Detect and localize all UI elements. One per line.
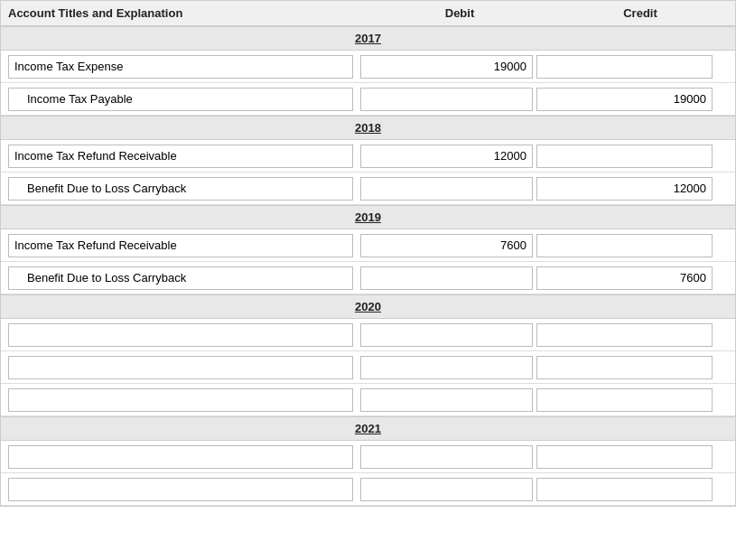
table-header: Account Titles and Explanation Debit Cre… [1, 1, 735, 26]
credit-input-2-0[interactable] [536, 234, 713, 257]
account-input-0-0[interactable] [8, 55, 353, 79]
header-debit: Debit [369, 6, 550, 20]
account-input-4-1[interactable] [8, 478, 353, 501]
year-2017: 2017 [1, 26, 735, 51]
account-input-4-0[interactable] [8, 445, 353, 469]
header-account: Account Titles and Explanation [8, 6, 369, 20]
credit-input-4-1[interactable] [536, 478, 713, 501]
credit-input-0-0[interactable] [536, 55, 713, 79]
debit-input-4-1[interactable] [360, 478, 533, 501]
debit-input-4-0[interactable] [360, 445, 533, 469]
table-row [1, 351, 735, 384]
journal-entry-table: Account Titles and Explanation Debit Cre… [0, 0, 736, 507]
credit-input-1-1[interactable] [536, 177, 713, 201]
account-input-2-1[interactable] [8, 266, 353, 290]
account-input-1-0[interactable] [8, 145, 353, 168]
table-row [1, 173, 735, 205]
table-row [1, 384, 735, 416]
account-input-3-0[interactable] [8, 323, 353, 347]
table-row [1, 229, 735, 262]
debit-input-0-0[interactable] [360, 55, 533, 79]
debit-input-3-1[interactable] [360, 356, 533, 379]
table-row [1, 140, 735, 173]
credit-input-3-2[interactable] [536, 388, 713, 412]
year-2021: 2021 [1, 416, 735, 441]
credit-input-3-1[interactable] [536, 356, 713, 379]
debit-input-3-0[interactable] [360, 323, 533, 347]
table-row [1, 262, 735, 294]
table-row [1, 51, 735, 83]
credit-input-4-0[interactable] [536, 445, 713, 469]
credit-input-1-0[interactable] [536, 145, 713, 168]
year-2020: 2020 [1, 294, 735, 319]
year-2019: 2019 [1, 205, 735, 229]
credit-input-2-1[interactable] [536, 266, 713, 290]
header-credit: Credit [550, 6, 731, 20]
account-input-2-0[interactable] [8, 234, 353, 257]
credit-input-0-1[interactable] [536, 88, 713, 111]
account-input-0-1[interactable] [8, 88, 353, 111]
sections-container: 20172018201920202021 [1, 26, 735, 506]
debit-input-3-2[interactable] [360, 388, 533, 412]
credit-input-3-0[interactable] [536, 323, 713, 347]
account-input-1-1[interactable] [8, 177, 353, 201]
debit-input-2-0[interactable] [360, 234, 533, 257]
table-row [1, 441, 735, 473]
table-row [1, 319, 735, 351]
debit-input-2-1[interactable] [360, 266, 533, 290]
account-input-3-2[interactable] [8, 388, 353, 412]
year-2018: 2018 [1, 116, 735, 140]
table-row [1, 83, 735, 116]
table-row [1, 473, 735, 506]
account-input-3-1[interactable] [8, 356, 353, 379]
debit-input-1-1[interactable] [360, 177, 533, 201]
debit-input-1-0[interactable] [360, 145, 533, 168]
debit-input-0-1[interactable] [360, 88, 533, 111]
